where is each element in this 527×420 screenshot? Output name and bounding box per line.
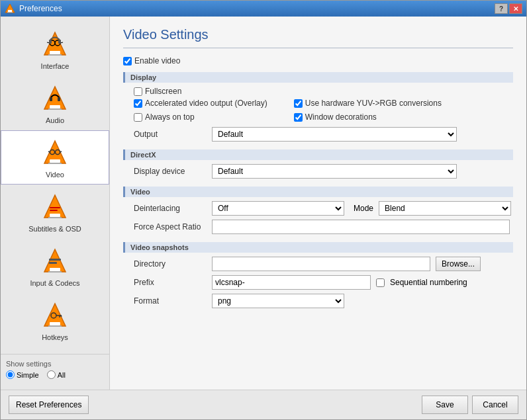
display-device-select[interactable]: Default [212,164,457,179]
footer-right: Save Cancel [422,396,518,414]
svg-rect-5 [48,54,62,56]
accel-video-label: Accelerated video output (Overlay) [145,99,267,108]
use-hw-yuv-checkbox[interactable] [294,99,303,108]
directory-row: Directory Browse... [134,257,513,271]
prefix-label: Prefix [134,278,207,287]
input-label: Input & Codecs [30,279,79,287]
svg-rect-16 [50,97,52,101]
always-on-top-row: Always on top [134,112,267,122]
video-section-header: Video [123,187,513,197]
hotkeys-icon [38,299,72,332]
deinterlacing-row: Deinterlacing Off Mode Blend [134,201,513,216]
svg-rect-20 [48,163,62,164]
enable-video-checkbox[interactable] [123,57,132,65]
directx-section: DirectX Display device Default [123,149,513,179]
radio-simple-input[interactable] [6,370,15,379]
directx-section-header: DirectX [123,149,513,160]
svg-rect-28 [48,217,62,218]
page-title: Video Settings [123,27,513,42]
mode-select[interactable]: Blend [379,201,511,216]
reset-preferences-button[interactable]: Reset Preferences [9,396,89,414]
sidebar: Interface Audio [1,17,110,390]
sidebar-item-audio[interactable]: Audio [1,76,109,130]
window-deco-checkbox[interactable] [294,113,303,122]
audio-label: Audio [46,116,64,124]
format-select[interactable]: png jpg [212,294,344,308]
output-select[interactable]: Default [212,127,457,142]
preferences-window: Preferences ? ✕ [0,0,527,420]
deinterlacing-select[interactable]: Off [212,201,344,216]
title-bar-left: Preferences [5,3,62,14]
always-on-top-label: Always on top [145,112,195,122]
svg-rect-35 [49,262,57,264]
title-bar-buttons: ? ✕ [495,3,522,14]
interface-label: Interface [41,62,70,70]
enable-video-label: Enable video [134,56,180,65]
svg-rect-30 [50,210,58,211]
radio-all[interactable]: All [47,370,66,379]
snapshots-content: Directory Browse... Prefix Sequential nu… [134,257,513,308]
mode-label: Mode [354,204,373,213]
video-icon [38,136,72,169]
radio-simple-label: Simple [17,371,39,379]
sidebar-item-hotkeys[interactable]: Hotkeys [1,293,109,347]
radio-all-input[interactable] [47,370,56,379]
enable-video-row: Enable video [123,56,513,65]
svg-rect-12 [58,40,61,44]
sequential-checkbox[interactable] [376,278,385,287]
video-section: Video Deinterlacing Off Mode Blend [123,187,513,234]
subtitles-icon [38,190,72,224]
force-aspect-label: Force Aspect Ratio [134,222,207,231]
video-section-content: Deinterlacing Off Mode Blend Force Aspec… [134,201,513,234]
force-aspect-input[interactable] [212,220,510,234]
sidebar-item-subtitles[interactable]: Subtitles & OSD [1,185,109,239]
svg-line-23 [48,151,50,152]
input-icon [38,245,72,278]
svg-rect-27 [50,214,60,217]
output-label: Output [134,130,207,139]
svg-rect-11 [49,40,52,44]
always-on-top-checkbox[interactable] [134,113,142,122]
fullscreen-row: Fullscreen [134,87,513,96]
window-title: Preferences [19,4,62,13]
svg-rect-37 [50,322,60,325]
browse-button[interactable]: Browse... [436,257,481,271]
fullscreen-checkbox[interactable] [134,87,142,96]
subtitles-label: Subtitles & OSD [28,225,81,233]
use-hw-yuv-row: Use hardware YUV->RGB conversions [294,99,442,108]
save-button[interactable]: Save [422,396,468,414]
svg-line-25 [60,151,62,152]
accel-video-row: Accelerated video output (Overlay) [134,99,267,108]
sidebar-item-video[interactable]: Video [1,130,109,185]
use-hw-yuv-label: Use hardware YUV->RGB conversions [305,99,442,108]
directx-content: Display device Default [134,164,513,179]
main-content: Video Settings Enable video Display Full… [110,17,526,390]
snapshots-section: Video snapshots Directory Browse... Pref… [123,242,513,308]
two-col-checkboxes: Accelerated video output (Overlay) Alway… [134,99,513,124]
app-icon [5,3,15,14]
display-section: Display Fullscreen Accelerated video out [123,72,513,142]
sequential-label: Sequential numbering [390,278,467,287]
close-button[interactable]: ✕ [509,3,522,14]
cancel-button[interactable]: Cancel [472,396,518,414]
svg-rect-17 [58,97,60,101]
svg-rect-32 [50,268,60,271]
sidebar-bottom: Show settings Simple All [1,354,109,384]
audio-icon [38,82,72,115]
title-bar: Preferences ? ✕ [1,1,526,17]
prefix-input[interactable] [212,275,371,290]
svg-rect-34 [49,259,61,261]
sidebar-item-input[interactable]: Input & Codecs [1,239,109,293]
accel-video-checkbox[interactable] [134,99,142,108]
video-label: Video [46,171,64,179]
directory-input[interactable] [212,257,430,271]
help-button[interactable]: ? [495,3,508,14]
svg-rect-38 [48,325,62,327]
sidebar-item-interface[interactable]: Interface [1,22,109,76]
svg-rect-15 [48,108,62,110]
svg-rect-14 [50,105,60,108]
deinterlacing-label: Deinterlacing [134,204,207,213]
radio-simple[interactable]: Simple [6,370,39,379]
svg-rect-4 [50,51,60,54]
snapshots-section-header: Video snapshots [123,242,513,253]
